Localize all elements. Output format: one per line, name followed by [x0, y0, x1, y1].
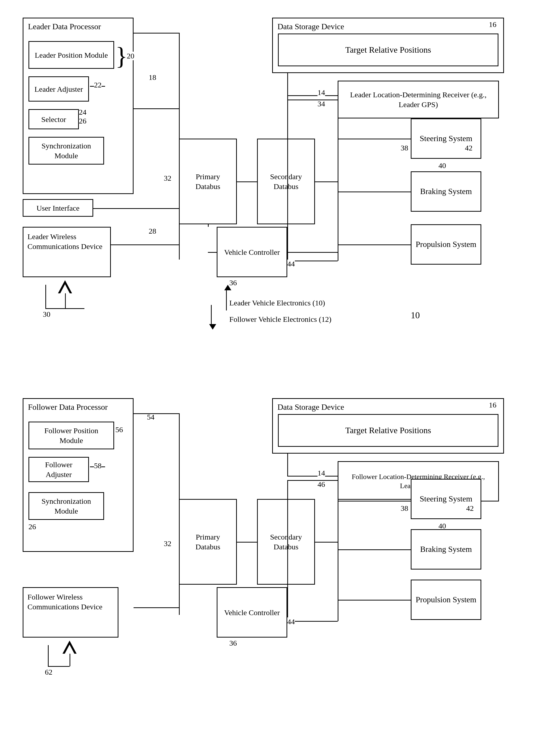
f-num-42: 42	[466, 504, 474, 512]
num-16-top: 16	[489, 20, 497, 29]
braking-system-box: Braking System	[411, 171, 481, 212]
leader-wireless-box: Leader Wireless Communications Device	[23, 227, 111, 277]
num-56: 56	[116, 425, 123, 434]
f-right-top-h	[287, 480, 338, 481]
f-num-38: 38	[401, 504, 408, 512]
f-num-16: 16	[489, 401, 497, 409]
figure-1: FIG. 1 Leader Data Processor Leader Posi…	[8, 8, 527, 381]
num-14: 14	[318, 88, 325, 97]
f-propulsion-system-box: Propulsion System	[411, 579, 481, 620]
primary-databus-box: Primary Databus	[179, 139, 237, 224]
num-40: 40	[438, 161, 446, 170]
f-line-pdb-sdb	[237, 542, 257, 543]
f-vehicle-controller-box: Vehicle Controller	[217, 587, 287, 638]
line-dsd-down	[287, 73, 288, 96]
f-mid-v-line	[287, 480, 288, 621]
f-right-bot-h	[287, 621, 338, 622]
line-ldp-pdb	[133, 109, 179, 109]
num-30: 30	[43, 310, 50, 319]
vehicle-controller-box: Vehicle Controller	[217, 227, 287, 277]
line-dsd-h	[287, 95, 338, 96]
target-relative-positions-box: Target Relative Positions	[278, 34, 499, 66]
follower-antenna-v2	[48, 645, 49, 666]
line-vc-h	[208, 252, 217, 253]
diagram-container: FIG. 1 Leader Data Processor Leader Posi…	[0, 0, 539, 756]
num-34: 34	[318, 100, 325, 108]
antenna-v-line	[65, 293, 66, 308]
data-storage-device-box: Data Storage Device Target Relative Posi…	[272, 18, 504, 73]
f-line-dsd-h	[287, 476, 338, 477]
f-line-wireless	[133, 607, 179, 608]
follower-position-module-box: Follower Position Module	[29, 421, 114, 449]
line-pdb-sdb	[237, 182, 257, 182]
num-44: 44	[287, 260, 295, 268]
num-28: 28	[149, 227, 156, 235]
right-bot-h	[287, 261, 338, 261]
num-24: 24	[79, 108, 86, 116]
f-braking-system-box: Braking System	[411, 529, 481, 569]
line-lr-v	[287, 95, 288, 100]
secondary-databus-box: Secondary Databus	[257, 139, 315, 224]
follower-sync-module-box: Synchronization Module	[29, 492, 104, 520]
leader-location-receiver-box: Leader Location-Determining Receiver (e.…	[338, 81, 499, 118]
f-primary-databus-box: Primary Databus	[179, 499, 237, 585]
num-54: 54	[147, 413, 154, 421]
line-pdb-vc	[208, 224, 209, 227]
sync-module-box: Synchronization Module	[29, 137, 104, 165]
selector-box: Selector	[29, 109, 79, 129]
num-38: 38	[401, 144, 408, 152]
leader-data-processor-label: Leader Data Processor	[28, 22, 101, 32]
f-line-dsd-down	[287, 454, 288, 476]
f-data-storage-device-label: Data Storage Device	[277, 403, 344, 412]
f-target-relative-positions-box: Target Relative Positions	[278, 414, 499, 447]
num-26-f: 26	[29, 522, 36, 531]
f-num-40: 40	[438, 522, 446, 530]
line-to-propulsion	[338, 245, 411, 245]
line-to-braking	[338, 191, 411, 192]
f-line-to-steering	[338, 499, 411, 500]
propulsion-system-box: Propulsion System	[411, 224, 481, 265]
num-42: 42	[465, 144, 473, 152]
num-22: 22	[94, 81, 102, 89]
follower-antenna-h	[48, 666, 70, 667]
mid-v-line	[287, 100, 288, 261]
f-num-36: 36	[229, 639, 237, 647]
line-vc-right	[287, 252, 338, 253]
line-lw2	[133, 245, 179, 245]
antenna-h-line	[45, 308, 84, 309]
line-to-steering	[338, 139, 411, 139]
brace-20: }	[116, 43, 127, 69]
follower-data-processor-label: Follower Data Processor	[28, 402, 108, 413]
line-top	[133, 33, 179, 34]
f-line-sdb-right	[315, 542, 338, 543]
f-data-storage-device-box: Data Storage Device Target Relative Posi…	[272, 398, 504, 454]
leader-position-module-box: Leader Position Module	[29, 41, 114, 69]
follower-wireless-box: Follower Wireless Communications Device	[23, 587, 118, 638]
follower-vehicle-electronics-label: Follower Vehicle Electronics (12)	[229, 315, 331, 324]
num-18: 18	[149, 73, 156, 82]
f-secondary-databus-box: Secondary Databus	[257, 499, 315, 585]
num-58: 58	[94, 461, 102, 470]
antenna-v-line2	[45, 285, 46, 308]
f-num-14: 14	[318, 469, 325, 477]
follower-adjuster-box: Follower Adjuster	[29, 457, 89, 482]
right-top-h	[287, 100, 338, 100]
line-ui2	[133, 208, 179, 209]
f-steering-system-box: Steering System	[411, 479, 481, 519]
f-line-to-propulsion	[338, 600, 411, 600]
follower-antenna-v	[70, 654, 70, 666]
f-line-to-braking	[338, 549, 411, 550]
f-num-44: 44	[287, 617, 295, 626]
leader-data-processor-box: Leader Data Processor Leader Position Mo…	[23, 18, 133, 194]
num-26: 26	[79, 117, 86, 125]
f-num-46: 46	[318, 480, 325, 489]
num-20: 20	[127, 52, 134, 60]
data-storage-device-label: Data Storage Device	[277, 22, 344, 31]
line-sdb-right	[315, 182, 338, 182]
follower-data-processor-box: Follower Data Processor Follower Positio…	[23, 398, 133, 552]
num-11: 10	[411, 310, 420, 321]
num-32: 32	[164, 174, 171, 183]
leader-adjuster-box: Leader Adjuster	[29, 76, 89, 102]
steering-system-box: Steering System	[411, 118, 481, 159]
figure-2: Follower Data Processor Follower Positio…	[8, 388, 527, 746]
